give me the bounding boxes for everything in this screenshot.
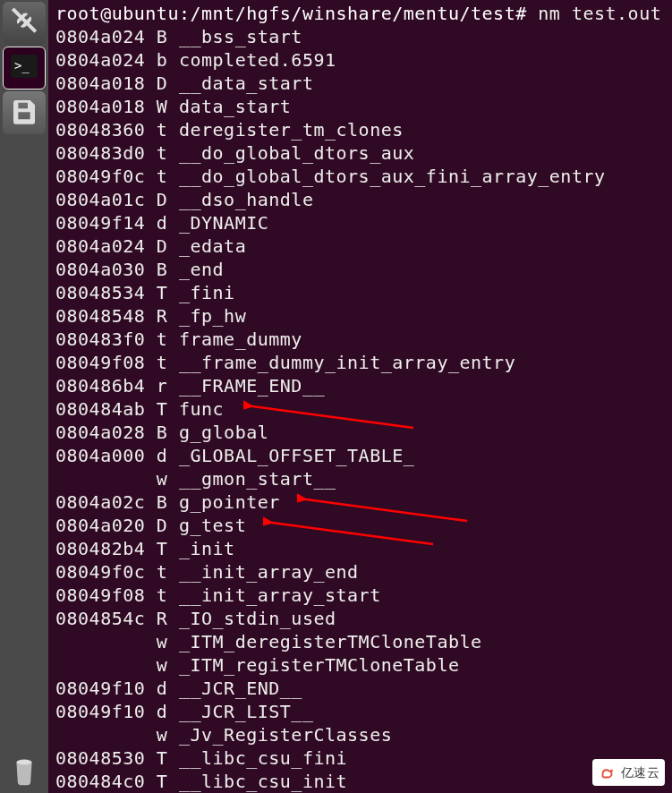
nm-line: 08049f14 d _DYNAMIC	[55, 211, 665, 234]
nm-line: 08048548 R _fp_hw	[55, 304, 665, 328]
nm-line: 0804a000 d _GLOBAL_OFFSET_TABLE_	[55, 444, 665, 467]
launcher-terminal[interactable]: >_	[3, 47, 46, 90]
nm-line: 0804a030 B _end	[55, 258, 665, 281]
nm-output: 0804a024 B __bss_start0804a024 b complet…	[55, 25, 665, 793]
terminal-icon: >_	[11, 55, 38, 81]
nm-line: 080483d0 t __do_global_dtors_aux	[55, 141, 665, 165]
nm-line: 08049f10 d __JCR_LIST__	[55, 700, 665, 723]
nm-line: 0804a024 b completed.6591	[55, 48, 665, 72]
nm-line: 080486b4 r __FRAME_END__	[55, 374, 665, 397]
svg-point-2	[16, 760, 31, 765]
gear-wrench-icon	[9, 6, 39, 40]
nm-line: w _ITM_registerTMCloneTable	[55, 653, 665, 677]
launcher-settings[interactable]	[3, 2, 46, 45]
trash-icon	[8, 752, 40, 791]
nm-line: 0804854c R _IO_stdin_used	[55, 607, 665, 630]
prompt-line: root@ubuntu:/mnt/hgfs/winshare/mentu/tes…	[55, 2, 665, 25]
svg-text:>_: >_	[14, 58, 30, 73]
watermark-logo-icon	[598, 763, 617, 782]
nm-line: 08048530 T __libc_csu_fini	[55, 746, 665, 770]
nm-line: 080483f0 t frame_dummy	[55, 328, 665, 351]
nm-line: 0804a018 W data_start	[55, 95, 665, 118]
floppy-icon	[10, 97, 38, 129]
launcher-trash[interactable]	[3, 750, 46, 793]
nm-line: 08048360 t deregister_tm_clones	[55, 118, 665, 141]
terminal[interactable]: root@ubuntu:/mnt/hgfs/winshare/mentu/tes…	[48, 0, 672, 793]
nm-line: 08049f0c t __init_array_end	[55, 560, 665, 584]
nm-line: 0804a024 B __bss_start	[55, 25, 665, 48]
nm-line: w _Jv_RegisterClasses	[55, 723, 665, 746]
nm-line: 0804a028 B g_global	[55, 421, 665, 444]
watermark-text: 亿速云	[621, 761, 660, 784]
nm-line: 0804a020 D g_test	[55, 514, 665, 537]
nm-line: 080484ab T func	[55, 397, 665, 421]
watermark: 亿速云	[592, 759, 666, 786]
nm-line: 080484c0 T __libc_csu_init	[55, 770, 665, 793]
nm-line: 08049f0c t __do_global_dtors_aux_fini_ar…	[55, 165, 665, 188]
shell-command: nm test.out	[538, 3, 661, 24]
nm-line: 0804a02c B g_pointer	[55, 490, 665, 514]
shell-prompt: root@ubuntu:/mnt/hgfs/winshare/mentu/tes…	[55, 3, 527, 24]
nm-line: w _ITM_deregisterTMCloneTable	[55, 630, 665, 653]
nm-line: 0804a024 D _edata	[55, 234, 665, 258]
svg-point-9	[610, 770, 613, 772]
nm-line: 080482b4 T _init	[55, 537, 665, 560]
terminal-window: root@ubuntu:/mnt/hgfs/winshare/mentu/tes…	[48, 0, 672, 793]
nm-line: 08049f08 t __init_array_start	[55, 584, 665, 607]
nm-line: 08049f08 t __frame_dummy_init_array_entr…	[55, 351, 665, 374]
nm-line: 08049f10 d __JCR_END__	[55, 677, 665, 700]
launcher-bar: >_	[0, 0, 48, 793]
nm-line: 0804a018 D __data_start	[55, 72, 665, 95]
nm-line: 0804a01c D __dso_handle	[55, 188, 665, 211]
nm-line: w __gmon_start__	[55, 467, 665, 490]
launcher-save[interactable]	[3, 91, 46, 134]
nm-line: 08048534 T _fini	[55, 281, 665, 304]
